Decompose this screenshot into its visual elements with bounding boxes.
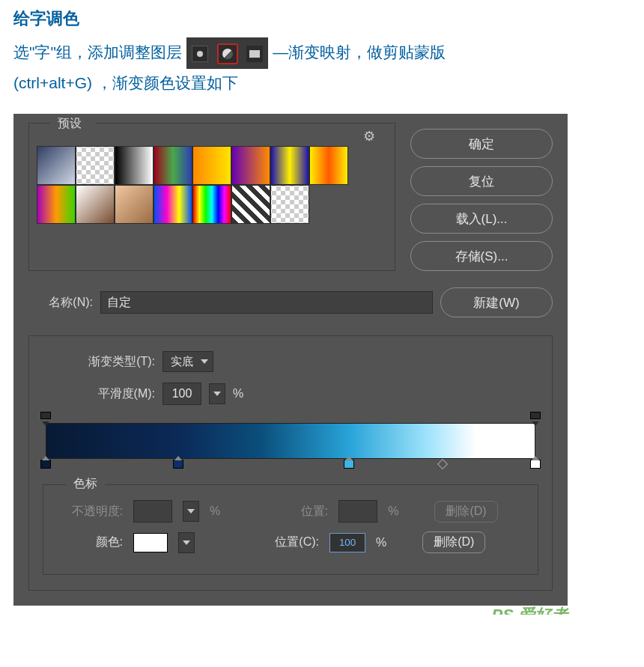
color-stop[interactable] bbox=[40, 460, 51, 472]
opacity-input bbox=[133, 500, 172, 523]
article-title: 给字调色 bbox=[13, 7, 631, 30]
preset-swatch[interactable] bbox=[270, 146, 309, 185]
save-button[interactable]: 存储(S)... bbox=[410, 241, 553, 271]
gradient-type-value: 实底 bbox=[171, 355, 193, 369]
color-stop[interactable] bbox=[173, 460, 183, 472]
color-stepper[interactable] bbox=[178, 532, 195, 553]
name-label: 名称(N): bbox=[28, 295, 93, 311]
gradient-bar-area[interactable] bbox=[46, 423, 535, 459]
gradient-editor-dialog: 预设 ⚙ 确定 复位 载入(L)... 存储(S)... 名称(N): 新建(W… bbox=[13, 114, 568, 606]
smoothness-stepper[interactable] bbox=[209, 383, 225, 404]
preset-swatch[interactable] bbox=[231, 185, 270, 224]
chevron-down-icon bbox=[201, 359, 208, 364]
presets-panel: 预设 ⚙ bbox=[28, 123, 395, 271]
percent-3: % bbox=[376, 536, 386, 549]
smoothness-input[interactable] bbox=[162, 383, 201, 405]
position-input-1 bbox=[338, 500, 377, 523]
article-body: 选"字"组，添加调整图层 —渐变映射，做剪贴蒙版 (ctrl+alt+G) ，渐… bbox=[13, 37, 631, 97]
smoothness-label: 平滑度(M): bbox=[43, 386, 155, 402]
gradient-section: 渐变类型(T): 实底 平滑度(M): % 色标 不透明度: % 位置: bbox=[28, 335, 553, 591]
color-stop[interactable] bbox=[530, 460, 541, 472]
stops-panel: 色标 不透明度: % 位置: % 删除(D) 颜色: 位置(C): bbox=[43, 484, 538, 575]
delete-button-2[interactable]: 删除(D) bbox=[422, 532, 485, 553]
percent-2: % bbox=[388, 505, 398, 518]
inline-toolbar-image bbox=[186, 37, 269, 69]
opacity-stop[interactable] bbox=[530, 412, 541, 422]
percent-1: % bbox=[210, 505, 220, 518]
load-button[interactable]: 载入(L)... bbox=[410, 204, 553, 234]
opacity-stop[interactable] bbox=[40, 412, 51, 422]
preset-swatch[interactable] bbox=[37, 185, 76, 224]
delete-button-1: 删除(D) bbox=[434, 501, 497, 523]
group-icon bbox=[246, 46, 263, 62]
article-line1b: —渐变映射，做剪贴蒙版 bbox=[273, 43, 446, 61]
preset-swatch[interactable] bbox=[309, 146, 348, 185]
position-c-label: 位置(C): bbox=[252, 534, 319, 550]
preset-swatch[interactable] bbox=[231, 146, 270, 185]
color-label: 颜色: bbox=[55, 534, 123, 550]
article-line2: (ctrl+alt+G) ，渐变颜色设置如下 bbox=[13, 74, 238, 91]
preset-swatch[interactable] bbox=[154, 146, 192, 185]
watermark: PS 爱好者 bbox=[492, 604, 568, 615]
preset-swatch-grid bbox=[29, 141, 395, 228]
preset-swatch[interactable] bbox=[115, 185, 154, 224]
midpoint-stop[interactable] bbox=[437, 459, 448, 469]
presets-label: 预设 bbox=[50, 115, 95, 133]
color-stop[interactable] bbox=[344, 460, 354, 472]
fill-layer-icon bbox=[192, 46, 208, 62]
gradient-type-select[interactable]: 实底 bbox=[162, 351, 213, 372]
stops-legend: 色标 bbox=[66, 476, 105, 492]
chevron-down-icon bbox=[187, 509, 195, 514]
reset-button[interactable]: 复位 bbox=[410, 166, 553, 196]
adjustment-layer-icon bbox=[217, 43, 238, 64]
ok-button[interactable]: 确定 bbox=[410, 129, 553, 159]
percent-label: % bbox=[233, 387, 243, 400]
preset-swatch[interactable] bbox=[115, 146, 154, 185]
preset-swatch[interactable] bbox=[37, 146, 76, 185]
chevron-down-icon bbox=[183, 540, 190, 545]
color-swatch[interactable] bbox=[133, 533, 168, 552]
gradient-type-label: 渐变类型(T): bbox=[43, 354, 155, 370]
position-label-1: 位置: bbox=[261, 504, 328, 520]
preset-swatch[interactable] bbox=[192, 185, 231, 224]
name-input[interactable] bbox=[100, 291, 433, 314]
opacity-stepper bbox=[183, 501, 199, 522]
gear-icon[interactable]: ⚙ bbox=[363, 128, 375, 144]
chevron-down-icon bbox=[213, 392, 221, 396]
gradient-bar[interactable] bbox=[46, 423, 535, 459]
preset-swatch[interactable] bbox=[76, 185, 115, 224]
preset-swatch[interactable] bbox=[76, 146, 115, 185]
new-button[interactable]: 新建(W) bbox=[440, 287, 553, 317]
preset-swatch[interactable] bbox=[270, 185, 309, 224]
position-c-input[interactable] bbox=[329, 533, 365, 552]
preset-swatch[interactable] bbox=[154, 185, 192, 224]
preset-swatch[interactable] bbox=[192, 146, 231, 185]
article-line1a: 选"字"组，添加调整图层 bbox=[13, 43, 182, 61]
opacity-label: 不透明度: bbox=[55, 504, 123, 520]
